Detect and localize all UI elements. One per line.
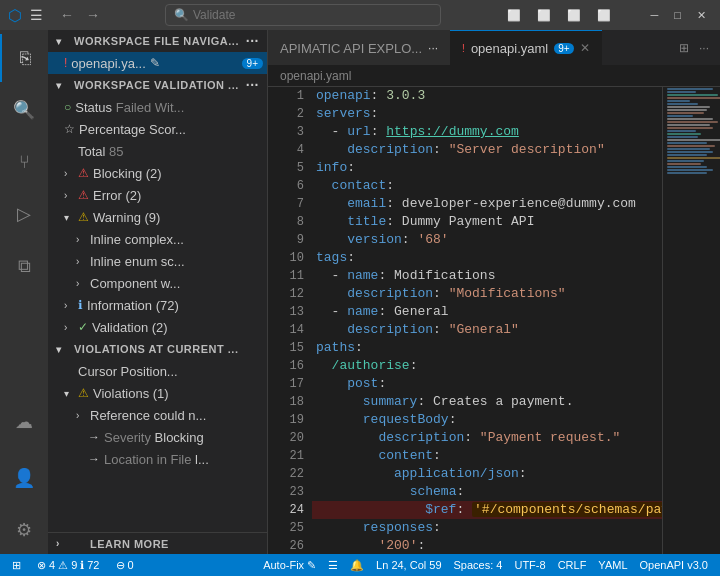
code-area[interactable]: openapi: 3.0.3 servers: - url: https://d…: [312, 87, 662, 554]
workspace-validation-header[interactable]: ▾ WORKSPACE VALIDATION ... ···: [48, 74, 267, 96]
workspace-validation-title: WORKSPACE VALIDATION ...: [74, 79, 239, 91]
sidebar-item-validation[interactable]: › ✓ Validation (2): [48, 316, 267, 338]
status-cursor[interactable]: Ln 24, Col 59: [372, 559, 445, 571]
hamburger-menu-icon[interactable]: ☰: [30, 7, 43, 23]
tab-openapi[interactable]: ! openapi.yaml 9+ ✕: [450, 30, 602, 65]
openapi-badge: 9+: [242, 58, 263, 69]
tab-apimatic-label: APIMATIC API EXPLO...: [280, 41, 422, 56]
code-line-3: - url: https://dummy.com: [312, 123, 662, 141]
nav-forward-button[interactable]: →: [81, 5, 105, 25]
sidebar-item-warning[interactable]: ▾ ⚠ Warning (9): [48, 206, 267, 228]
ln-24: 24: [268, 501, 304, 519]
close-button[interactable]: ✕: [691, 7, 712, 24]
sidebar-item-openapi[interactable]: ! openapi.ya... ✎ 9+: [48, 52, 267, 74]
sidebar-item-inline-enum[interactable]: › Inline enum sc...: [48, 250, 267, 272]
bell-icon: 🔔: [350, 559, 364, 572]
code-line-23: schema:: [312, 483, 662, 501]
minimize-button[interactable]: ─: [645, 7, 665, 23]
layout-icon-3[interactable]: ⬜: [561, 7, 587, 24]
learn-more-section[interactable]: › LEARN MORE: [48, 532, 267, 554]
sidebar-item-cursor[interactable]: Cursor Position...: [48, 360, 267, 382]
search-bar[interactable]: 🔍: [165, 4, 441, 26]
blocking-error-icon: ⚠: [78, 166, 89, 180]
location-label: Location in File l...: [104, 452, 209, 467]
severity-label: Severity Blocking: [104, 430, 204, 445]
activity-git[interactable]: ⑂: [0, 138, 48, 186]
violations-section: ▾ VIOLATIONS AT CURRENT ... Cursor Posit…: [48, 338, 267, 470]
tab-apimatic[interactable]: APIMATIC API EXPLO... ···: [268, 30, 450, 65]
status-no-problems[interactable]: ⊖ 0: [112, 554, 138, 576]
sidebar-item-blocking[interactable]: › ⚠ Blocking (2): [48, 162, 267, 184]
more-options-icon[interactable]: ···: [246, 33, 259, 49]
activity-settings[interactable]: ⚙: [0, 506, 48, 554]
sidebar-item-error[interactable]: › ⚠ Error (2): [48, 184, 267, 206]
validation-check-icon: ✓: [78, 320, 88, 334]
percentage-label: Percentage Scor...: [79, 122, 186, 137]
validation-more-options-icon[interactable]: ···: [246, 77, 259, 93]
chevron-down-icon-violations: ▾: [56, 344, 68, 355]
sidebar-item-reference[interactable]: › Reference could n...: [48, 404, 267, 426]
maximize-button[interactable]: □: [668, 7, 687, 23]
activity-debug[interactable]: ▷: [0, 190, 48, 238]
ln-5: 5: [268, 159, 304, 177]
file-path-bar: openapi.yaml: [268, 65, 720, 87]
status-extension[interactable]: OpenAPI v3.0: [636, 559, 713, 571]
status-auto-fix[interactable]: Auto-Fix ✎: [259, 559, 320, 572]
settings-icon-1: ☰: [328, 559, 338, 572]
chevron-right-icon-error: ›: [64, 190, 76, 201]
code-line-5: info:: [312, 159, 662, 177]
warning-count: 9: [71, 559, 77, 571]
split-editor-icon[interactable]: ⊞: [676, 40, 692, 56]
ln-8: 8: [268, 213, 304, 231]
sidebar-item-total[interactable]: Total 85: [48, 140, 267, 162]
ln-10: 10: [268, 249, 304, 267]
sidebar-item-inline-complex[interactable]: › Inline complex...: [48, 228, 267, 250]
ln-14: 14: [268, 321, 304, 339]
layout-icon-2[interactable]: ⬜: [531, 7, 557, 24]
sidebar-item-status[interactable]: ○ Status Failed Wit...: [48, 96, 267, 118]
layout-icon-4[interactable]: ⬜: [591, 7, 617, 24]
status-icons[interactable]: ☰: [324, 559, 342, 572]
activity-account[interactable]: 👤: [0, 454, 48, 502]
chevron-right-icon-component: ›: [76, 278, 88, 289]
code-line-22: application/json:: [312, 465, 662, 483]
layout-icon-1[interactable]: ⬜: [501, 7, 527, 24]
cursor-label: Cursor Position...: [78, 364, 178, 379]
sidebar-item-component[interactable]: › Component w...: [48, 272, 267, 294]
activity-extensions[interactable]: ⧉: [0, 242, 48, 290]
total-label: Total 85: [78, 144, 124, 159]
status-remote[interactable]: ⊞: [8, 554, 25, 576]
learn-more-label[interactable]: LEARN MORE: [74, 533, 177, 555]
reference-label: Reference could n...: [90, 408, 206, 423]
violations-header[interactable]: ▾ VIOLATIONS AT CURRENT ...: [48, 338, 267, 360]
search-input[interactable]: [193, 8, 432, 22]
tab-close-icon[interactable]: ✕: [580, 41, 590, 55]
warning-count-icon: ⚠: [58, 559, 68, 572]
chevron-right-icon-ref: ›: [76, 410, 88, 421]
sidebar-item-percentage[interactable]: ☆ Percentage Scor...: [48, 118, 267, 140]
sidebar-item-violations[interactable]: ▾ ⚠ Violations (1): [48, 382, 267, 404]
more-actions-icon[interactable]: ···: [696, 40, 712, 56]
sidebar-item-information[interactable]: › ℹ Information (72): [48, 294, 267, 316]
nav-back-button[interactable]: ←: [55, 5, 79, 25]
status-spaces[interactable]: Spaces: 4: [450, 559, 507, 571]
workspace-file-nav-header[interactable]: ▾ WORKSPACE FILE NAVIGA... ···: [48, 30, 267, 52]
status-icons-2[interactable]: 🔔: [346, 559, 368, 572]
ln-9: 9: [268, 231, 304, 249]
code-line-9: version: '68': [312, 231, 662, 249]
title-bar-left: ⬡ ☰ ← →: [8, 5, 105, 25]
activity-explorer[interactable]: ⎘: [0, 34, 48, 82]
code-line-11: - name: Modifications: [312, 267, 662, 285]
status-language[interactable]: YAML: [594, 559, 631, 571]
activity-search[interactable]: 🔍: [0, 86, 48, 134]
info-count-icon: ℹ: [80, 559, 84, 572]
code-line-13: - name: General: [312, 303, 662, 321]
dot-icon-location: →: [88, 452, 100, 466]
activity-remote[interactable]: ☁: [0, 398, 48, 446]
code-line-8: title: Dummy Payment API: [312, 213, 662, 231]
status-errors[interactable]: ⊗ 4 ⚠ 9 ℹ 72: [33, 554, 104, 576]
tab-more-icon[interactable]: ···: [428, 41, 438, 55]
status-right: Auto-Fix ✎ ☰ 🔔 Ln 24, Col 59 Spaces: 4 U…: [259, 559, 712, 572]
status-encoding[interactable]: UTF-8: [510, 559, 549, 571]
status-line-ending[interactable]: CRLF: [554, 559, 591, 571]
